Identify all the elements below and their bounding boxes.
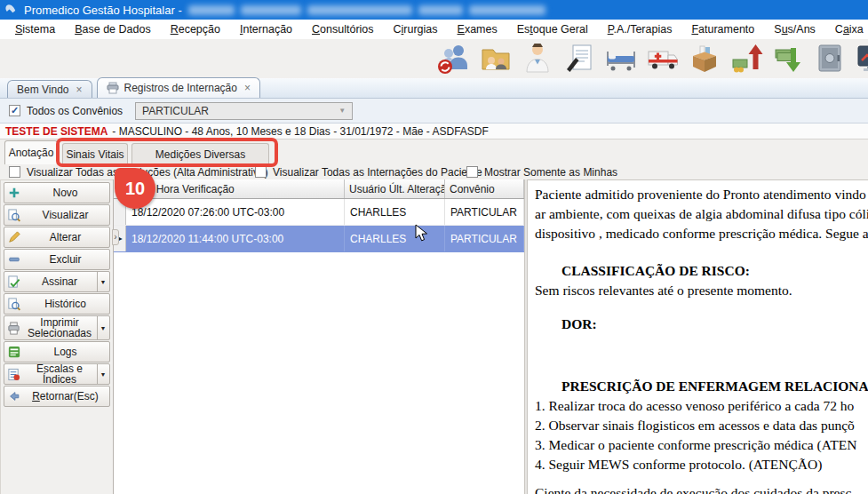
checkbox-checked-icon[interactable] — [9, 105, 20, 116]
tab-label: Bem Vindo — [17, 84, 68, 96]
dropdown-arrow-icon[interactable]: ▼ — [97, 364, 108, 384]
window-title: Promedico Gestão Hospitalar - — [24, 4, 182, 17]
note-line: ar ambiente, com queixas de algia abdomi… — [535, 204, 868, 224]
redacted-title-segment — [241, 5, 301, 15]
checkbox-label: Mostrar Somente as Minhas — [484, 166, 617, 179]
table-row[interactable]: 18/12/2020 07:26:00 UTC-03:00 CHARLLES P… — [114, 199, 524, 226]
alterar-button[interactable]: Alterar — [4, 227, 110, 248]
excluir-button[interactable]: Excluir — [4, 249, 110, 270]
column-header-data-hora[interactable]: Data Hora Verificação — [126, 179, 345, 198]
tab-bem-vindo[interactable]: Bem Vindo × — [7, 80, 92, 98]
menu-item-base-de-dados[interactable]: Base de Dados — [65, 23, 160, 36]
checkbox-icon — [9, 166, 20, 178]
menu-item-recepcao[interactable]: Recepção — [161, 23, 230, 36]
menu-item-sistema[interactable]: Sistema — [5, 23, 65, 36]
history-icon — [5, 298, 22, 311]
revenue-up-icon[interactable] — [729, 42, 763, 76]
redacted-title-segment — [469, 5, 545, 15]
new-icon — [5, 187, 22, 199]
hospital-bed-icon[interactable] — [604, 42, 638, 76]
edit-pencil-icon — [5, 231, 22, 243]
menu-item-consultorios[interactable]: Consultórios — [302, 23, 383, 36]
act-log-icon — [5, 346, 22, 358]
logs-button[interactable]: Logs — [4, 341, 110, 363]
menu-item-faturamento[interactable]: Faturamento — [681, 23, 764, 36]
patient-records-icon[interactable] — [479, 42, 513, 76]
checkbox-icon — [466, 166, 478, 178]
title-bar: Promedico Gestão Hospitalar - — [0, 0, 868, 20]
annotation-step-badge: 10 — [115, 168, 155, 209]
tab-label: Sinais Vitais — [66, 148, 123, 161]
checkbox-visualizar-internacoes[interactable]: Visualizar Todas as Internações do Pacie… — [255, 164, 482, 179]
expense-down-icon[interactable] — [771, 42, 805, 76]
sign-check-icon — [5, 275, 22, 289]
redacted-title-segment — [418, 5, 463, 15]
convenio-dropdown[interactable]: PARTICULAR ▼ — [135, 102, 353, 120]
menu-item-cirurgias[interactable]: Cirurgias — [384, 23, 448, 36]
note-line: Ciente da necessidade de execução dos cu… — [535, 483, 868, 494]
tab-anotacao[interactable]: Anotação — [4, 140, 58, 164]
note-line: Sem riscos relevantes até o presente mom… — [535, 281, 868, 300]
tab-medicoes-diversas[interactable]: Medições Diversas — [131, 143, 269, 164]
note-line: 4. Seguir MEWS conforme protocolo. (ATEN… — [535, 455, 868, 474]
print-icon — [5, 322, 22, 335]
checkbox-mostrar-minhas[interactable]: Mostrar Somente as Minhas — [466, 164, 617, 179]
escalas-indices-button[interactable]: Escalas e Índices ▼ — [4, 363, 110, 385]
back-arrow-icon — [5, 390, 22, 402]
note-heading: DOR: — [535, 315, 868, 334]
novo-button[interactable]: Novo — [4, 182, 110, 203]
tab-label: Medições Diversas — [155, 148, 245, 161]
view-document-icon — [5, 209, 22, 222]
visualizar-button[interactable]: Visualizar — [4, 204, 110, 226]
cell-user: CHARLLES — [345, 226, 445, 251]
safe-icon[interactable] — [813, 42, 847, 76]
menu-item-estoque-geral[interactable]: Estoque Geral — [507, 23, 598, 36]
imprimir-selecionadas-button[interactable]: Imprimir Selecionadas ▼ — [4, 315, 110, 340]
note-line: 3. Medicar o paciente conforme prescriçã… — [535, 435, 868, 455]
menu-item-caixa[interactable]: Caixa — [825, 23, 868, 36]
table-row-selected[interactable]: ▶ 18/12/2020 11:44:00 UTC-03:00 CHARLLES… — [114, 226, 524, 252]
column-header-usuario[interactable]: Usuário Últ. Alteração — [345, 179, 445, 198]
convenio-filter-row: Todos os Convênios PARTICULAR ▼ — [0, 99, 868, 124]
note-line: 1. Realizar troca do acesso venoso perif… — [535, 396, 868, 416]
close-icon[interactable]: × — [76, 84, 82, 96]
chevron-down-icon: ▼ — [338, 107, 346, 115]
redacted-title-segment — [188, 5, 235, 15]
menu-item-sus-ans[interactable]: Sus/Ans — [764, 23, 825, 36]
historico-button[interactable]: Histórico — [4, 293, 110, 315]
delete-minus-icon — [5, 253, 22, 266]
ambulance-icon[interactable] — [646, 42, 680, 76]
users-sync-icon[interactable] — [437, 42, 471, 76]
scales-list-icon — [5, 368, 22, 381]
todos-convenios-label: Todos os Convênios — [27, 105, 123, 117]
menu-item-exames[interactable]: Exames — [448, 23, 507, 36]
reports-monitor-icon[interactable] — [855, 42, 868, 76]
evolution-note-panel[interactable]: Paciente admitido proveniente do Pronto … — [528, 179, 868, 494]
tab-registros-de-internacao[interactable]: Registros de Internação × — [97, 77, 260, 98]
printer-icon — [107, 82, 119, 94]
document-tab-strip: Bem Vindo × Registros de Internação × — [0, 78, 868, 99]
menu-item-pa-terapias[interactable]: P.A./Terapias — [598, 23, 682, 36]
dropdown-arrow-icon[interactable]: ▼ — [97, 316, 108, 339]
menu-bar: Sistema Base de Dados Recepção Internaçã… — [0, 20, 868, 39]
menu-item-internacao[interactable]: Internação — [230, 23, 302, 36]
cell-datetime: 18/12/2020 07:26:00 UTC-03:00 — [126, 199, 345, 225]
grid-header: Data Hora Verificação Usuário Últ. Alter… — [114, 179, 524, 199]
note-heading: CLASSIFICAÇÃO DE RISCO: — [535, 261, 868, 281]
tab-sinais-vitais[interactable]: Sinais Vitais — [62, 143, 128, 164]
panel-collapse-handle[interactable]: › — [112, 229, 119, 245]
patient-details: - MASCULINO - 48 Anos, 10 Meses e 18 Dia… — [112, 125, 489, 138]
convenio-dropdown-value: PARTICULAR — [142, 105, 209, 117]
cell-convenio: PARTICULAR — [445, 226, 524, 251]
checkbox-label: Visualizar Todas as Internações do Pacie… — [273, 166, 482, 179]
retornar-button[interactable]: Retornar(Esc) — [4, 386, 110, 407]
supplies-box-icon[interactable] — [688, 42, 721, 76]
record-tab-strip: Anotação Sinais Vitais Medições Diversas — [0, 139, 868, 164]
close-icon[interactable]: × — [244, 82, 251, 94]
mouse-cursor — [415, 224, 428, 246]
column-header-convenio[interactable]: Convênio — [445, 179, 524, 198]
contract-icon[interactable] — [562, 42, 596, 76]
dropdown-arrow-icon[interactable]: ▼ — [97, 272, 108, 291]
assinar-button[interactable]: Assinar ▼ — [4, 271, 110, 292]
doctor-icon[interactable] — [521, 42, 554, 76]
